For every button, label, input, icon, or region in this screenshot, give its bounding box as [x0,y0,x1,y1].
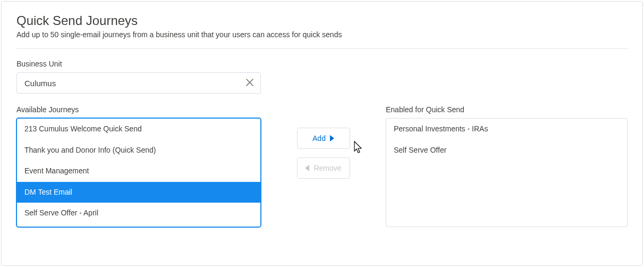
page-title: Quick Send Journeys [16,13,628,28]
close-icon [246,78,253,88]
add-button-label: Add [312,134,326,143]
available-column: Available Journeys 213 Cumulus Welcome Q… [16,105,261,227]
add-button[interactable]: Add [297,128,350,149]
transfer-buttons-column: Add Remove [261,105,386,179]
list-item[interactable]: Self Serve Offer - April [17,203,260,224]
cursor-icon [350,140,364,155]
page-subtitle: Add up to 50 single-email journeys from … [16,30,628,39]
quick-send-panel: Quick Send Journeys Add up to 50 single-… [1,1,643,266]
clear-business-unit-button[interactable] [244,76,256,90]
list-item[interactable]: Thank you and Donor Info (Quick Send) [17,140,260,161]
divider [16,48,628,49]
enabled-column: Enabled for Quick Send Personal Investme… [386,105,628,227]
list-item[interactable]: 213 Cumulus Welcome Quick Send [17,119,260,140]
list-item[interactable]: Personal Investments - IRAs [386,119,627,140]
dual-listbox: Available Journeys 213 Cumulus Welcome Q… [16,105,628,227]
business-unit-field-wrap [16,72,261,94]
business-unit-label: Business Unit [16,60,628,68]
list-item[interactable]: Event Management [17,161,260,182]
list-item[interactable]: DM Test Email [17,182,260,203]
chevron-left-icon [305,165,309,171]
remove-button[interactable]: Remove [297,157,350,179]
chevron-right-icon [330,135,334,141]
enabled-quick-send-listbox[interactable]: Personal Investments - IRAsSelf Serve Of… [386,118,628,227]
enabled-quick-send-label: Enabled for Quick Send [386,105,628,114]
available-journeys-label: Available Journeys [16,105,261,114]
list-item[interactable]: Self Serve Offer [386,140,627,161]
business-unit-input[interactable] [16,72,261,94]
remove-button-label: Remove [313,164,341,172]
available-journeys-listbox[interactable]: 213 Cumulus Welcome Quick SendThank you … [16,118,261,227]
